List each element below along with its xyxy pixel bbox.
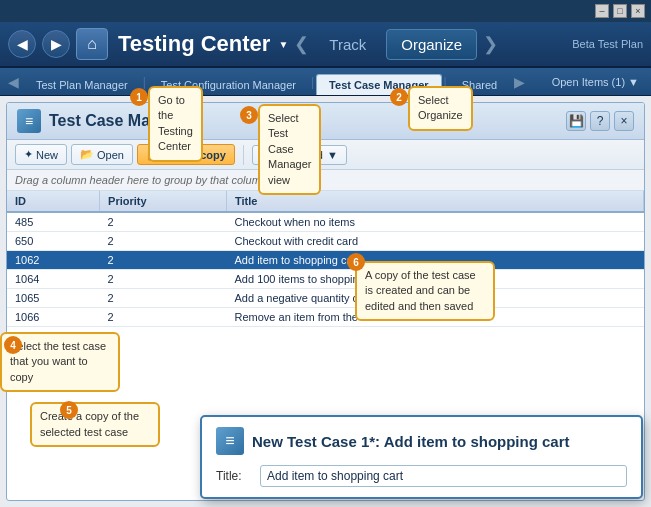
close-window-button[interactable]: × bbox=[631, 4, 645, 18]
organize-section[interactable]: Organize bbox=[386, 29, 477, 60]
maximize-button[interactable]: □ bbox=[613, 4, 627, 18]
new-icon: ✦ bbox=[24, 148, 33, 161]
nav-right-area: Beta Test Plan bbox=[572, 38, 643, 50]
drag-hint: Drag a column header here to group by th… bbox=[7, 170, 644, 191]
tab-sep-2: | bbox=[309, 75, 316, 89]
cell-id: 1062 bbox=[7, 251, 100, 270]
table-row[interactable]: 1065 2 Add a negative quantity of an ite… bbox=[7, 289, 644, 308]
nav-right-chevron[interactable]: ❯ bbox=[483, 33, 498, 55]
tab-left-arrow[interactable]: ◀ bbox=[4, 70, 23, 94]
grid-table: ID Priority Title 485 2 Checkout when no… bbox=[7, 191, 644, 327]
cell-title: Checkout when no items bbox=[227, 212, 644, 232]
nav-bar: ◀ ▶ ⌂ Testing Center ▼ ❮ Track Organize … bbox=[0, 22, 651, 68]
track-section[interactable]: Track bbox=[315, 30, 380, 59]
app-title: Testing Center bbox=[118, 31, 270, 57]
table-row[interactable]: 1064 2 Add 100 items to shopping cart bbox=[7, 270, 644, 289]
tab-bar: ◀ Test Plan Manager | Test Configuration… bbox=[0, 68, 651, 96]
title-input[interactable] bbox=[260, 465, 627, 487]
cell-id: 1066 bbox=[7, 308, 100, 327]
sub-panel-row: Title: bbox=[216, 465, 627, 487]
tab-test-plan-manager[interactable]: Test Plan Manager bbox=[23, 74, 141, 95]
cell-priority: 2 bbox=[100, 270, 227, 289]
open-icon: 📂 bbox=[80, 148, 94, 161]
tab-sep-1: | bbox=[141, 75, 148, 89]
cell-priority: 2 bbox=[100, 289, 227, 308]
tab-right-arrow[interactable]: ▶ bbox=[510, 70, 529, 94]
cell-id: 485 bbox=[7, 212, 100, 232]
beta-label: Beta Test Plan bbox=[572, 38, 643, 50]
table-row-selected[interactable]: 1062 2 Add item to shopping cart bbox=[7, 251, 644, 270]
cell-id: 650 bbox=[7, 232, 100, 251]
callout-3: Select Test Case Manager view bbox=[258, 104, 321, 195]
callout-1: Go to the Testing Center bbox=[148, 86, 203, 162]
cell-id: 1064 bbox=[7, 270, 100, 289]
panel-actions: 💾 ? × bbox=[566, 111, 634, 131]
open-label: Open bbox=[97, 149, 124, 161]
app-window: – □ × ◀ ▶ ⌂ Testing Center ▼ ❮ Track Org… bbox=[0, 0, 651, 507]
forward-button[interactable]: ▶ bbox=[42, 30, 70, 58]
cell-priority: 2 bbox=[100, 232, 227, 251]
home-button[interactable]: ⌂ bbox=[76, 28, 108, 60]
cell-id: 1065 bbox=[7, 289, 100, 308]
grid-body: 485 2 Checkout when no items 650 2 Check… bbox=[7, 212, 644, 327]
open-button[interactable]: 📂 Open bbox=[71, 144, 133, 165]
title-label: Title: bbox=[216, 469, 252, 483]
cell-priority: 2 bbox=[100, 308, 227, 327]
sub-panel: ≡ New Test Case 1*: Add item to shopping… bbox=[200, 415, 643, 499]
callout-number-4: 4 bbox=[4, 336, 22, 354]
callout-6: A copy of the test case is created and c… bbox=[355, 261, 495, 321]
filter-dropdown-icon: ▼ bbox=[327, 149, 338, 161]
app-title-dropdown[interactable]: ▼ bbox=[278, 39, 288, 50]
open-items[interactable]: Open Items (1) ▼ bbox=[544, 76, 647, 88]
col-header-priority[interactable]: Priority bbox=[100, 191, 227, 212]
panel-icon: ≡ bbox=[17, 109, 41, 133]
callout-2: Select Organize bbox=[408, 86, 473, 131]
content-area: ≡ Test Case Manager 💾 ? × ✦ New 📂 Open bbox=[0, 96, 651, 507]
sub-panel-title: New Test Case 1*: Add item to shopping c… bbox=[252, 433, 570, 450]
new-button[interactable]: ✦ New bbox=[15, 144, 67, 165]
cell-priority: 2 bbox=[100, 212, 227, 232]
table-row[interactable]: 650 2 Checkout with credit card bbox=[7, 232, 644, 251]
sub-panel-icon: ≡ bbox=[216, 427, 244, 455]
grid-header: ID Priority Title bbox=[7, 191, 644, 212]
panel-help-button[interactable]: ? bbox=[590, 111, 610, 131]
callout-number-6: 6 bbox=[347, 253, 365, 271]
title-bar: – □ × bbox=[0, 0, 651, 22]
callout-number-3: 3 bbox=[240, 106, 258, 124]
table-row[interactable]: 1066 2 Remove an item from the cart bbox=[7, 308, 644, 327]
panel-close-button[interactable]: × bbox=[614, 111, 634, 131]
callout-number-1: 1 bbox=[130, 88, 148, 106]
cell-title: Checkout with credit card bbox=[227, 232, 644, 251]
sub-panel-header: ≡ New Test Case 1*: Add item to shopping… bbox=[216, 427, 627, 455]
toolbar-sep bbox=[243, 145, 244, 165]
back-button[interactable]: ◀ bbox=[8, 30, 36, 58]
cell-priority: 2 bbox=[100, 251, 227, 270]
callout-5: Create a copy of the selected test case bbox=[30, 402, 160, 447]
panel-save-button[interactable]: 💾 bbox=[566, 111, 586, 131]
toolbar: ✦ New 📂 Open 📋 Create copy ▼ Unfiltered … bbox=[7, 140, 644, 170]
callout-number-2: 2 bbox=[390, 88, 408, 106]
minimize-button[interactable]: – bbox=[595, 4, 609, 18]
col-header-id[interactable]: ID bbox=[7, 191, 100, 212]
callout-number-5: 5 bbox=[60, 401, 78, 419]
table-row[interactable]: 485 2 Checkout when no items bbox=[7, 212, 644, 232]
nav-left-chevron[interactable]: ❮ bbox=[294, 33, 309, 55]
new-label: New bbox=[36, 149, 58, 161]
panel-header: ≡ Test Case Manager 💾 ? × bbox=[7, 103, 644, 140]
